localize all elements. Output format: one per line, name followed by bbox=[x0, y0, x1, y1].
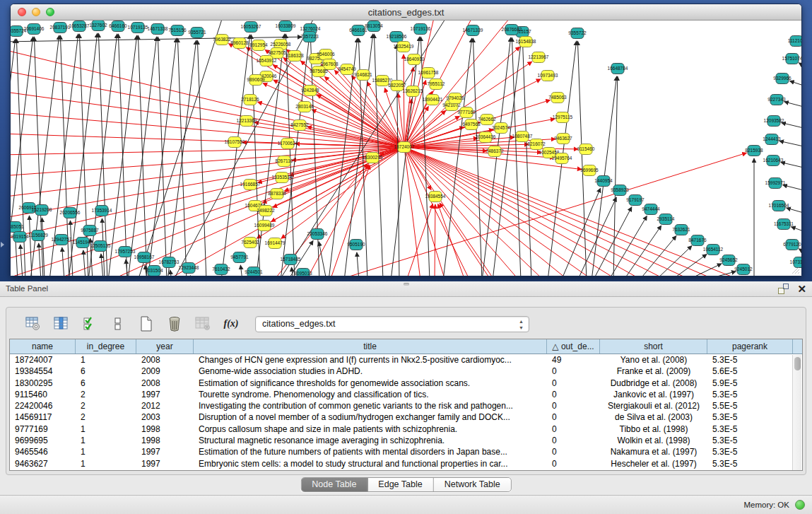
graph-node[interactable]: 8215938 bbox=[745, 146, 763, 156]
graph-node[interactable]: 1440954 bbox=[594, 176, 613, 187]
graph-node[interactable]: 8960128 bbox=[230, 38, 249, 49]
graph-edge[interactable] bbox=[623, 226, 661, 276]
graph-edge[interactable] bbox=[29, 216, 32, 276]
graph-edge[interactable] bbox=[39, 243, 41, 276]
graph-node[interactable]: 15751074 bbox=[782, 54, 801, 64]
graph-edge[interactable] bbox=[781, 162, 801, 168]
graph-edge[interactable] bbox=[398, 93, 404, 147]
graph-node[interactable]: 8813054 bbox=[365, 21, 383, 32]
graph-edge[interactable] bbox=[336, 153, 746, 276]
graph-edge[interactable] bbox=[404, 147, 420, 276]
graph-node[interactable]: 8095013 bbox=[294, 269, 312, 276]
graph-node[interactable]: 17016504 bbox=[769, 201, 789, 211]
graph-node[interactable]: 8471676 bbox=[688, 235, 707, 246]
graph-node[interactable]: 10653287 bbox=[69, 21, 90, 32]
graph-node[interactable]: 7625402 bbox=[241, 238, 259, 248]
graph-node[interactable]: 12213967 bbox=[529, 52, 549, 63]
graph-node[interactable]: 9245652 bbox=[719, 255, 738, 266]
table-row[interactable]: 1456911722003Disruption of a novel membe… bbox=[10, 411, 802, 423]
graph-node[interactable]: 20206556 bbox=[60, 208, 81, 218]
table-row[interactable]: 969969511998Structural magnetic resonanc… bbox=[10, 435, 802, 446]
graph-edge[interactable] bbox=[799, 249, 801, 252]
column-header-in_degree[interactable]: in_degree bbox=[76, 339, 136, 354]
graph-edge[interactable] bbox=[438, 204, 465, 276]
graph-node[interactable]: 6466160 bbox=[109, 21, 127, 32]
network-window-titlebar[interactable]: citations_edges.txt bbox=[11, 4, 801, 21]
collapse-panel-arrow-icon[interactable] bbox=[1, 242, 4, 247]
graph-node[interactable]: 11675311 bbox=[774, 219, 794, 230]
graph-node[interactable]: 7955112 bbox=[428, 79, 445, 90]
graph-node[interactable]: 10654112 bbox=[703, 245, 724, 255]
graph-node[interactable]: 9385051 bbox=[11, 222, 24, 233]
graph-node[interactable]: 7486372 bbox=[486, 146, 504, 157]
graph-node[interactable]: 9242848 bbox=[301, 86, 319, 96]
graph-node[interactable]: 16033809 bbox=[276, 21, 296, 32]
show-columns-button[interactable] bbox=[53, 315, 70, 332]
tab-network-table[interactable]: Network Table bbox=[434, 478, 511, 491]
scrollbar-thumb[interactable] bbox=[794, 357, 801, 370]
graph-edge[interactable] bbox=[787, 208, 801, 213]
graph-node[interactable]: 8878334 bbox=[268, 189, 286, 199]
graph-node[interactable]: 16648784 bbox=[608, 64, 628, 74]
graph-node[interactable]: 9777169 bbox=[457, 107, 476, 118]
table-row[interactable]: 1872400712008Changes of HCN gene express… bbox=[10, 354, 802, 366]
graph-node[interactable]: 15992971 bbox=[765, 178, 786, 189]
table-row[interactable]: 2242004622012Investigating the contribut… bbox=[10, 400, 802, 411]
graph-node[interactable]: 6779120 bbox=[783, 240, 801, 250]
graph-node[interactable]: 9358923 bbox=[611, 185, 629, 196]
graph-edge[interactable] bbox=[404, 147, 668, 276]
graph-node[interactable]: 16914479 bbox=[265, 238, 286, 249]
float-panel-icon[interactable] bbox=[778, 284, 789, 294]
graph-node[interactable]: 8912954 bbox=[249, 40, 268, 51]
table-source-select[interactable]: citations_edges.txt ▲▼ bbox=[255, 316, 529, 332]
table-row[interactable]: 1938455462009Genome-wide association stu… bbox=[10, 366, 802, 377]
graph-node[interactable]: 8186328 bbox=[286, 51, 304, 62]
network-window[interactable]: citations_edges.txt 19355724206914062083… bbox=[10, 4, 802, 276]
graph-node[interactable]: 12093582 bbox=[764, 116, 784, 127]
graph-node[interactable]: 19384554 bbox=[425, 192, 446, 202]
graph-node[interactable]: 1244413 bbox=[763, 134, 781, 145]
graph-edge[interactable] bbox=[577, 41, 587, 276]
graph-node[interactable]: 9355721 bbox=[188, 28, 206, 38]
graph-edge[interactable] bbox=[357, 252, 359, 276]
graph-node[interactable]: 9146821 bbox=[354, 70, 372, 81]
graph-edge[interactable] bbox=[101, 254, 103, 276]
graph-edge[interactable] bbox=[11, 147, 404, 197]
graph-node[interactable]: 9179197 bbox=[626, 195, 645, 206]
create-column-button[interactable] bbox=[138, 315, 155, 332]
graph-node[interactable]: 20053346 bbox=[307, 229, 328, 240]
graph-node[interactable]: 9245012 bbox=[734, 264, 753, 275]
graph-node[interactable]: 9457791 bbox=[230, 252, 249, 263]
delete-column-button[interactable] bbox=[166, 315, 183, 332]
graph-edge[interactable] bbox=[20, 245, 23, 276]
graph-node[interactable]: 2718126 bbox=[241, 95, 259, 105]
graph-edge[interactable] bbox=[435, 204, 435, 276]
graph-edge[interactable] bbox=[396, 45, 399, 276]
graph-node[interactable]: 9115460 bbox=[577, 144, 595, 155]
graph-edge[interactable] bbox=[561, 188, 601, 276]
column-header-name[interactable]: name bbox=[10, 339, 76, 354]
tab-edge-table[interactable]: Edge Table bbox=[367, 478, 433, 491]
graph-edge[interactable] bbox=[404, 147, 519, 276]
graph-node[interactable]: 9699695 bbox=[580, 165, 599, 176]
graph-node[interactable]: 9355722 bbox=[568, 28, 587, 39]
column-header-out_de[interactable]: △ out_de... bbox=[547, 339, 600, 354]
column-header-short[interactable]: short bbox=[600, 339, 707, 354]
tab-node-table[interactable]: Node Table bbox=[301, 478, 367, 491]
graph-edge[interactable] bbox=[83, 250, 86, 276]
graph-node[interactable]: 14671339 bbox=[463, 25, 483, 36]
graph-node[interactable]: 9463627 bbox=[554, 134, 572, 144]
graph-edge[interactable] bbox=[782, 123, 801, 128]
graph-node[interactable]: 20691406 bbox=[24, 24, 45, 35]
memory-status-icon[interactable] bbox=[795, 500, 805, 510]
graph-node[interactable]: 16053267 bbox=[241, 22, 261, 33]
graph-node[interactable]: 11700624 bbox=[278, 139, 298, 149]
graph-node[interactable]: 9474444 bbox=[642, 204, 660, 215]
graph-edge[interactable] bbox=[784, 102, 801, 107]
table-mode-button[interactable] bbox=[25, 315, 42, 332]
resize-grip-icon[interactable] bbox=[792, 266, 800, 274]
graph-edge[interactable] bbox=[11, 147, 404, 261]
graph-node[interactable]: 10958167 bbox=[134, 252, 155, 263]
graph-node[interactable]: 9319154 bbox=[11, 232, 29, 243]
column-header-pagerank[interactable]: pagerank bbox=[707, 339, 793, 354]
